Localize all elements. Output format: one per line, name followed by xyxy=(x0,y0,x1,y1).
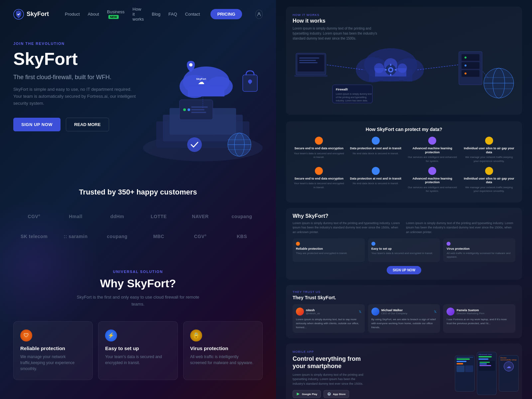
brand-logos-grid: CGV° Hmall ddHm LOTTE NAVER coupang SK t… xyxy=(15,210,261,243)
svg-rect-48 xyxy=(385,69,387,70)
logo-icon xyxy=(13,9,24,20)
svg-rect-32 xyxy=(299,58,319,59)
protect-item-1: Secure end to end data encryption Your t… xyxy=(293,137,345,163)
svg-point-1 xyxy=(258,12,260,14)
testimonial-2: Michael Walker CEO of Our Company 𝕏 By u… xyxy=(368,304,440,333)
svg-text:of the printing and typesettin: of the printing and typesetting. xyxy=(336,96,367,99)
rp-mini-feature-3: Virus protection All web traffic is inte… xyxy=(443,238,515,262)
brand-logo-coupang2: coupang xyxy=(98,230,136,243)
nav-how-it-works[interactable]: How it works xyxy=(133,7,144,22)
protect-icon-5 xyxy=(315,167,323,175)
test-header-3: Pamela Suetom Director Marketing Firm xyxy=(447,308,512,316)
nav-about[interactable]: About xyxy=(88,12,99,17)
nav-blog[interactable]: Blog xyxy=(152,12,161,17)
setup-desc: Your team's data is secured and encrypte… xyxy=(105,354,171,366)
twitter-icon-2: 𝕏 xyxy=(434,310,437,314)
why-section: UNIVERSAL SOLUTION Why SkyFort? SkyFort … xyxy=(0,256,276,393)
protect-item-8: Individual user silos to air gap your da… xyxy=(463,167,516,193)
nav-contact[interactable]: Contact xyxy=(185,12,200,17)
protect-grid-row2: Secure end to end data encryption Your t… xyxy=(293,167,515,193)
reliable-icon: 🛡 xyxy=(20,330,32,341)
brand-logo-mbc: MBC xyxy=(140,230,178,243)
testimonial-1: nitesh @nitesh_us 𝕏 Lorem ipsum is simpl… xyxy=(293,304,365,333)
virus-title: Virus protection xyxy=(190,345,256,351)
svg-point-56 xyxy=(465,72,466,74)
mobile-section: MOBILE APP Control everything from your … xyxy=(286,343,522,399)
brand-logo-hmall: Hmall xyxy=(57,210,95,223)
protect-title: How SkyFort can protect my data? xyxy=(293,127,515,132)
rp-mini-desc-1: They are protected and encrypted in tran… xyxy=(296,251,361,255)
protect-icon-8 xyxy=(485,167,493,175)
brand-logo-kbs: KBS xyxy=(223,230,261,243)
why-section-tag: UNIVERSAL SOLUTION xyxy=(13,270,263,274)
rp-mini-desc-3: All web traffic is intelligently screene… xyxy=(447,251,512,259)
rp-mini-title-3: Virus protection xyxy=(447,247,512,250)
test-header-2: Michael Walker CEO of Our Company 𝕏 xyxy=(371,308,437,316)
svg-rect-20 xyxy=(249,81,251,84)
feature-setup: ⚡ Easy to set up Your team's data is sec… xyxy=(98,321,178,380)
hero-description: SkyFort is simple and easy to use, no IT… xyxy=(13,86,140,107)
how-it-works-section: HOW IT WORKS How it works Lorem ipsum is… xyxy=(286,7,522,115)
why-section-desc: SkyFort is the first and only easy to us… xyxy=(75,294,201,308)
svg-rect-47 xyxy=(390,74,391,76)
svg-rect-31 xyxy=(294,75,328,77)
network-diagram: Firewall! Lorem ipsum is simply dummy te… xyxy=(293,45,515,105)
phone-mock-1 xyxy=(455,355,475,392)
feature-virus: 🔒 Virus protection All web traffic is in… xyxy=(183,321,263,380)
app-store-button[interactable]: App Store xyxy=(324,390,349,398)
svg-rect-51 xyxy=(462,54,479,61)
pricing-button[interactable]: PRICING xyxy=(210,9,242,19)
protect-item-4: Individual user silos to air gap your da… xyxy=(463,137,516,163)
features-grid: 🛡 Reliable protection We manage your net… xyxy=(13,321,263,380)
test-user-1: nitesh @nitesh_us xyxy=(296,308,320,316)
user-icon[interactable] xyxy=(255,10,263,19)
test-avatar-1 xyxy=(296,308,304,316)
nav-faq[interactable]: FAQ xyxy=(169,12,177,17)
svg-rect-49 xyxy=(395,69,397,70)
new-badge: NEW xyxy=(108,15,119,19)
app-store-label: App Store xyxy=(333,393,345,396)
svg-rect-6 xyxy=(180,100,213,120)
rp-why-col-1: Lorem ipsum is simply dummy text of the … xyxy=(293,221,402,235)
how-works-label: HOW IT WORKS xyxy=(293,13,515,17)
testimonials-section: THEY TRUST US They Trust SkyFort. nitesh… xyxy=(286,285,522,338)
svg-text:Firewall!: Firewall! xyxy=(336,88,348,91)
protect-icon-6 xyxy=(372,167,380,175)
svg-point-8 xyxy=(188,108,190,111)
svg-text:industry. Lorem has been data.: industry. Lorem has been data. xyxy=(336,99,368,102)
nav-business[interactable]: Business NEW xyxy=(107,9,125,19)
google-play-button[interactable]: Google Play xyxy=(293,390,321,398)
logo-text: SkyFort xyxy=(27,11,49,18)
right-panel-content: HOW IT WORKS How it works Lorem ipsum is… xyxy=(276,0,532,399)
brand-logo-naver: NAVER xyxy=(181,210,219,223)
svg-rect-53 xyxy=(462,70,479,77)
orange-dot xyxy=(296,242,300,246)
mobile-screenshots: Advanced view Device successfully setup xyxy=(455,343,519,399)
protect-grid-row1: Secure end to end data encryption Your t… xyxy=(293,137,515,163)
trusted-section: Trusted by 350+ happy customers CGV° Hma… xyxy=(0,168,276,256)
svg-text:Lorem ipsum is simply dummy te: Lorem ipsum is simply dummy text xyxy=(336,93,371,95)
virus-icon: 🔒 xyxy=(190,330,202,341)
signup-button[interactable]: SIGN UP NOW xyxy=(13,118,61,131)
brand-logo-sktelecom: SK telecom xyxy=(15,230,53,243)
protect-section: How SkyFort can protect my data? Secure … xyxy=(286,121,522,202)
rp-mini-feature-1: Reliable protection They are protected a… xyxy=(293,238,365,262)
read-more-button[interactable]: READ MORE xyxy=(66,118,109,131)
why-section-title: Why SkyFort? xyxy=(13,277,263,290)
google-play-label: Google Play xyxy=(302,393,317,396)
rp-signup-button[interactable]: SIGN UP NOW xyxy=(387,266,421,274)
svg-point-27 xyxy=(187,137,202,152)
phone-mock-2: Advanced view xyxy=(477,352,497,395)
hero-buttons: SIGN UP NOW READ MORE xyxy=(13,118,263,131)
nav-product[interactable]: Product xyxy=(65,12,80,17)
twitter-icon-1: 𝕏 xyxy=(359,310,361,314)
test-text-2: By using SkyFort, we are able to breach … xyxy=(371,318,437,330)
purple-dot xyxy=(447,242,451,246)
test-header-1: nitesh @nitesh_us 𝕏 xyxy=(296,308,361,316)
protect-icon-2 xyxy=(372,137,380,145)
feature-reliable: 🛡 Reliable protection We manage your net… xyxy=(13,321,93,380)
protect-item-7: Advanced machine learning protection Our… xyxy=(406,167,459,193)
protect-item-6: Data protection at rest and in transit N… xyxy=(349,167,402,193)
reliable-title: Reliable protection xyxy=(20,345,86,351)
svg-point-45 xyxy=(389,68,392,71)
